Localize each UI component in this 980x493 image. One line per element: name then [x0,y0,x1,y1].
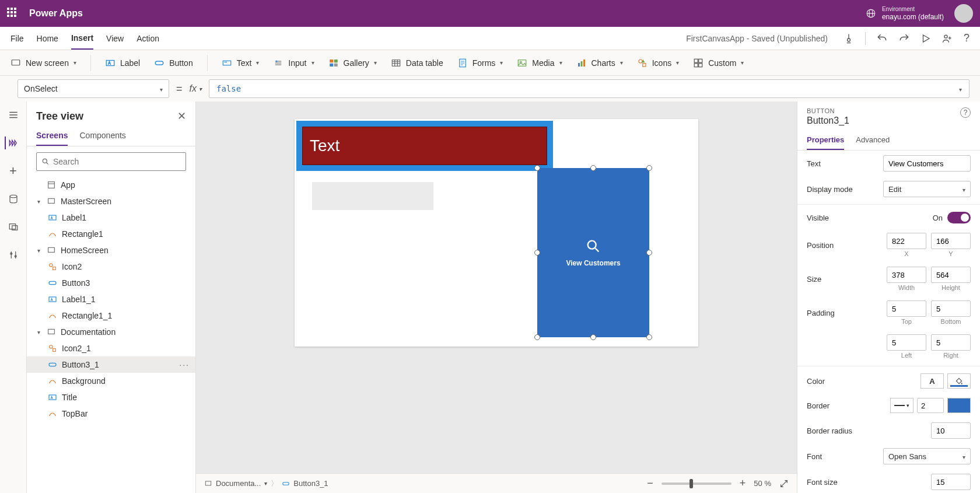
tree-item-background[interactable]: Background [27,373,195,389]
tree-item-button3[interactable]: Button3 [27,275,195,291]
prop-position-x[interactable] [887,233,926,249]
more-icon[interactable]: ··· [179,360,190,369]
insert-input-dropdown[interactable]: Input▾ [273,58,314,68]
insert-gallery-dropdown[interactable]: Gallery▾ [328,58,377,68]
insert-media-dropdown[interactable]: Media▾ [517,58,562,68]
prop-width[interactable] [887,267,926,283]
canvas-button-control[interactable]: View Customers [537,168,649,337]
share-icon[interactable] [942,33,953,44]
prop-font-color[interactable]: A [921,373,944,389]
tree-item-label1-1[interactable]: Label1_1 [27,291,195,307]
prop-text-input[interactable] [883,155,971,172]
breadcrumb-control[interactable]: Button3_1 [293,479,328,488]
resize-handle[interactable] [590,334,596,340]
zoom-slider[interactable] [662,482,732,485]
insert-button-button[interactable]: Button [154,58,192,68]
insert-icons-dropdown[interactable]: Icons▾ [637,58,679,68]
tree-search[interactable] [36,152,186,171]
prop-pad-left[interactable] [887,334,926,351]
prop-fill-color[interactable] [947,373,971,389]
fx-icon[interactable]: fx▾ [190,83,202,94]
menu-view[interactable]: View [106,28,124,49]
tab-properties[interactable]: Properties [807,131,844,150]
tab-components[interactable]: Components [79,126,125,146]
property-selector[interactable]: OnSelect [18,79,169,98]
insert-forms-dropdown[interactable]: Forms▾ [457,58,503,68]
help-icon[interactable]: ? [964,32,970,44]
prop-position-y[interactable] [931,233,971,249]
prop-pad-top[interactable] [887,300,926,317]
prop-border-style[interactable]: ▾ [890,398,914,413]
close-icon[interactable]: ✕ [177,110,186,123]
prop-visible-toggle[interactable] [947,212,971,223]
tree-item-button3-1[interactable]: Button3_1 ··· [27,356,195,373]
prop-size-label: Size [807,275,821,284]
resize-handle[interactable] [590,165,596,171]
resize-handle[interactable] [646,250,652,256]
rail-add-icon[interactable]: + [7,165,20,177]
app-launcher-icon[interactable] [7,8,19,19]
menu-insert[interactable]: Insert [71,27,93,50]
prop-display-mode-select[interactable]: Edit [883,181,971,197]
rail-tree-view-icon[interactable] [5,137,20,149]
rail-tools-icon[interactable] [7,249,20,261]
tree-item-label: Icon2 [62,262,82,271]
canvas-rectangle[interactable] [312,182,433,210]
tree-item-title[interactable]: Title [27,389,195,405]
rail-data-icon[interactable] [7,193,20,205]
environment-picker[interactable]: Environment enayu.com (default) [866,6,944,21]
insert-label-button[interactable]: Label [105,58,140,68]
tree-item-rectangle1[interactable]: Rectangle1 [27,226,195,242]
menu-action[interactable]: Action [136,28,159,49]
breadcrumb-screen[interactable]: Documenta... [216,479,261,488]
prop-radius-input[interactable] [931,422,971,439]
tree-item-icon2-1[interactable]: Icon2_1 [27,340,195,356]
tab-screens[interactable]: Screens [36,126,68,146]
insert-charts-dropdown[interactable]: Charts▾ [576,58,623,68]
tree-item-label1[interactable]: Label1 [27,209,195,226]
resize-handle[interactable] [646,165,652,171]
insert-data-table-button[interactable]: Data table [391,58,443,68]
resize-handle[interactable] [646,334,652,340]
canvas-stage[interactable]: Text View Customers [196,102,797,473]
tree-item-topbar[interactable]: TopBar [27,405,195,422]
rail-media-icon[interactable] [7,221,20,233]
redo-icon[interactable] [898,33,910,44]
tree-item-homescreen[interactable]: ▾ HomeScreen [27,242,195,258]
undo-icon[interactable] [876,33,888,44]
user-avatar[interactable] [954,4,973,23]
zoom-in-button[interactable]: + [740,477,746,489]
formula-input[interactable]: false [209,79,970,98]
canvas-screen[interactable]: Text View Customers [295,119,698,347]
insert-custom-dropdown[interactable]: Custom▾ [693,58,744,68]
app-checker-icon[interactable] [843,33,855,44]
tree-item-rectangle1-1[interactable]: Rectangle1_1 [27,307,195,324]
play-icon[interactable] [921,33,931,44]
prop-border-width[interactable] [917,398,944,413]
canvas-label-selection[interactable]: Text [296,121,553,171]
tree-item-app[interactable]: App [27,177,195,193]
prop-border-color[interactable] [947,398,971,413]
insert-text-dropdown[interactable]: Text▾ [222,58,260,68]
resize-handle[interactable] [534,334,540,340]
new-screen-button[interactable]: New screen▾ [10,58,76,68]
resize-handle[interactable] [534,250,540,256]
fit-screen-icon[interactable] [779,479,789,488]
canvas-label-control[interactable]: Text [302,127,547,165]
prop-pad-bottom[interactable] [931,300,971,317]
menu-file[interactable]: File [10,28,24,49]
tree-item-masterscreen[interactable]: ▾ MasterScreen [27,193,195,209]
rail-hamburger-icon[interactable] [7,109,20,121]
zoom-out-button[interactable]: − [647,477,653,489]
prop-height[interactable] [931,267,971,283]
menu-home[interactable]: Home [37,28,58,49]
tree-search-input[interactable] [53,157,181,166]
prop-pad-right[interactable] [931,334,971,351]
help-icon[interactable]: ? [960,107,971,118]
resize-handle[interactable] [534,165,540,171]
tab-advanced[interactable]: Advanced [856,131,890,150]
tree-item-documentation[interactable]: ▾ Documentation [27,324,195,340]
prop-font-size-input[interactable] [931,474,971,490]
prop-font-select[interactable]: Open Sans [883,448,971,464]
tree-item-icon2[interactable]: Icon2 [27,258,195,275]
